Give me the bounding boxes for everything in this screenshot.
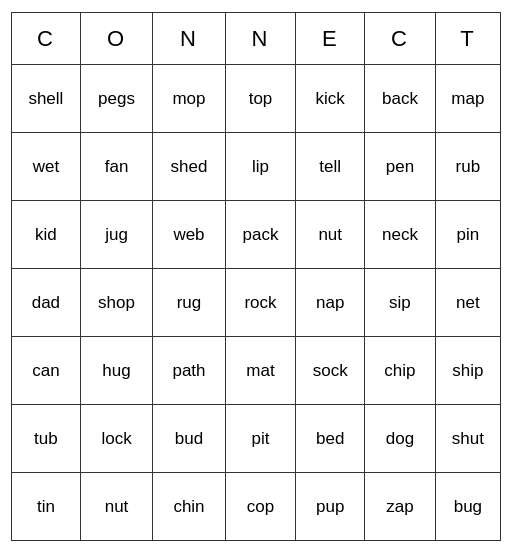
header-row: CONNECT [12,13,501,65]
table-row: kidjugwebpacknutneckpin [12,201,501,269]
table-cell: path [153,337,225,405]
header-cell: E [296,13,365,65]
table-cell: sock [296,337,365,405]
header-cell: T [435,13,500,65]
table-cell: zap [365,473,436,541]
table-cell: pegs [80,65,152,133]
header-cell: N [225,13,296,65]
table-cell: wet [12,133,81,201]
table-cell: jug [80,201,152,269]
table-row: dadshoprugrocknapsipnet [12,269,501,337]
header-cell: N [153,13,225,65]
table-row: wetfanshedliptellpenrub [12,133,501,201]
table-cell: can [12,337,81,405]
table-cell: back [365,65,436,133]
table-cell: net [435,269,500,337]
table-cell: tell [296,133,365,201]
table-cell: pup [296,473,365,541]
table-cell: neck [365,201,436,269]
table-cell: shut [435,405,500,473]
table-cell: shed [153,133,225,201]
table-row: shellpegsmoptopkickbackmap [12,65,501,133]
table-cell: web [153,201,225,269]
table-cell: kick [296,65,365,133]
table-cell: mat [225,337,296,405]
header-cell: C [365,13,436,65]
table-row: canhugpathmatsockchipship [12,337,501,405]
table-cell: bug [435,473,500,541]
table-cell: dad [12,269,81,337]
table-cell: sip [365,269,436,337]
table-row: tinnutchincoppupzapbug [12,473,501,541]
table-cell: shell [12,65,81,133]
table-cell: cop [225,473,296,541]
table-cell: rock [225,269,296,337]
table-cell: pack [225,201,296,269]
header-cell: O [80,13,152,65]
table-cell: pin [435,201,500,269]
table-cell: tin [12,473,81,541]
table-cell: map [435,65,500,133]
table-cell: bed [296,405,365,473]
table-cell: nut [80,473,152,541]
table-cell: top [225,65,296,133]
table-cell: kid [12,201,81,269]
table-cell: lip [225,133,296,201]
table-cell: rug [153,269,225,337]
table-cell: hug [80,337,152,405]
table-cell: mop [153,65,225,133]
table-cell: nap [296,269,365,337]
bingo-table: CONNECT shellpegsmoptopkickbackmapwetfan… [11,12,501,541]
table-cell: shop [80,269,152,337]
table-cell: fan [80,133,152,201]
table-cell: pen [365,133,436,201]
table-cell: nut [296,201,365,269]
table-cell: chin [153,473,225,541]
table-cell: ship [435,337,500,405]
table-cell: tub [12,405,81,473]
header-cell: C [12,13,81,65]
table-cell: dog [365,405,436,473]
table-cell: pit [225,405,296,473]
table-cell: chip [365,337,436,405]
table-cell: lock [80,405,152,473]
table-row: tublockbudpitbeddogshut [12,405,501,473]
bingo-board: CONNECT shellpegsmoptopkickbackmapwetfan… [11,12,501,532]
table-cell: rub [435,133,500,201]
table-cell: bud [153,405,225,473]
